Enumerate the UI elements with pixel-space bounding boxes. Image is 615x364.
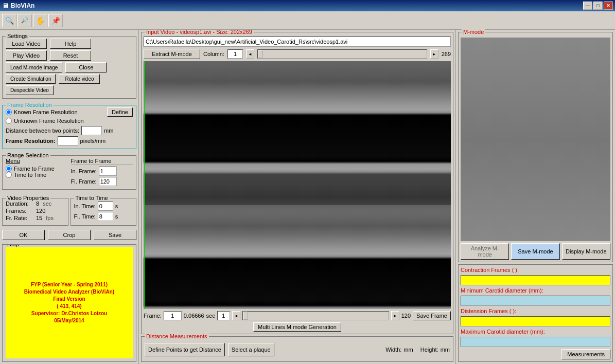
distance-input[interactable] <box>81 126 102 135</box>
distance-title: Distance Measurements <box>145 333 209 339</box>
frame-resolution-group: Frame Resolution Known Frame Resolution … <box>2 105 136 149</box>
help-content: FYP (Senior Year - Spring 2011) Biomedic… <box>6 247 133 358</box>
center-panel: Input Video - videosp1.avi - Size: 202x2… <box>139 30 455 364</box>
distance-measurements-section: Distance Measurements Define Points to g… <box>141 336 453 362</box>
video-props-label: Video Properties <box>6 195 50 201</box>
frame-to-frame-label: Frame to Frame <box>14 166 55 172</box>
select-plaque-button[interactable]: Select a plaque <box>228 343 274 356</box>
column-input[interactable] <box>227 49 243 59</box>
reset-button[interactable]: Reset <box>50 50 91 61</box>
help-line1: FYP (Senior Year - Spring 2011) <box>24 281 114 288</box>
column-max: 269 <box>442 51 451 57</box>
video-display <box>144 61 451 309</box>
help-line4: ( 413, 414) <box>24 303 114 310</box>
column-slider-right[interactable]: ► <box>430 49 438 59</box>
help-group: Help FYP (Senior Year - Spring 2011) Bio… <box>2 244 136 362</box>
settings-group-label: Settings <box>6 33 29 39</box>
save-mmode-button[interactable]: Save M-mode <box>511 243 559 260</box>
analyze-mmode-button[interactable]: Analyze M-mode <box>461 243 509 260</box>
help-button[interactable]: Help <box>50 39 91 49</box>
display-mmode-button[interactable]: Display M-mode <box>562 243 610 260</box>
distance-unit: mm <box>104 128 113 134</box>
in-frame-input[interactable] <box>99 167 117 176</box>
time-to-time-label: Time to Time <box>14 172 46 178</box>
m-mode-buttons: Analyze M-mode Save M-mode Display M-mod… <box>459 242 612 261</box>
frrate-value: 15 <box>36 215 42 221</box>
unknown-frame-radio[interactable] <box>6 118 12 124</box>
left-panel: Settings Load Video Help Play Video Rese… <box>0 30 139 364</box>
contraction-input[interactable] <box>461 275 610 285</box>
height-unit: mm <box>441 347 450 353</box>
pan-tool-button[interactable]: ✋ <box>33 14 47 27</box>
frame-resolution-radios: Known Frame Resolution Define Unknown Fr… <box>6 107 133 124</box>
in-frame-row: In. Frame: <box>71 167 133 176</box>
frame-slider-thumb[interactable] <box>243 312 248 320</box>
load-mmode-button[interactable]: Load M-mode Image <box>6 62 62 72</box>
zoom-out-button[interactable]: 🔍 <box>2 14 16 27</box>
main-content: Settings Load Video Help Play Video Rese… <box>0 30 615 364</box>
distension-input[interactable] <box>461 316 610 326</box>
pin-tool-button[interactable]: 📌 <box>48 14 63 27</box>
fi-time-input[interactable] <box>98 212 113 221</box>
despeckle-button[interactable]: Despeckle Video <box>6 85 54 95</box>
rotate-button[interactable]: Rotate video <box>59 74 100 84</box>
ok-button[interactable]: OK <box>2 230 45 240</box>
bottom-buttons: OK Crop Save <box>2 230 136 240</box>
crop-button[interactable]: Crop <box>48 230 91 240</box>
min-carotid-row: Minimum Carotid diameter (mm): <box>461 287 610 294</box>
help-line5: Supervisor: Dr.Christos Loizou <box>24 310 114 317</box>
zoom-in-button[interactable]: 🔎 <box>17 14 32 27</box>
max-carotid-row: Maximum Carotid diameter (mm): <box>461 329 610 335</box>
in-time-row: In. Time: s <box>74 202 133 211</box>
settings-row-5: Despeckle Video <box>6 85 133 95</box>
column-slider[interactable] <box>257 49 427 59</box>
video-path-box: C:\Users\Rafaella\Desktop\gui_new\Artifi… <box>144 37 451 47</box>
toolbar: 🔍 🔎 ✋ 📌 <box>0 11 615 30</box>
resolution-unit: pixels/mm <box>80 138 106 144</box>
frame-num-left: 1 <box>217 311 230 320</box>
extract-mmode-button[interactable]: Extract M-mode <box>144 49 200 59</box>
resolution-input[interactable] <box>58 136 78 145</box>
frame-number-input[interactable] <box>164 311 182 320</box>
multi-lines-button[interactable]: Multi Lines M mode Generation <box>253 322 341 332</box>
frame-slider-left[interactable]: ◄ <box>232 311 240 320</box>
column-slider-left[interactable]: ◄ <box>246 49 254 59</box>
fi-time-row: Fi. Time: s <box>74 212 133 221</box>
measurements-button[interactable]: Measurements <box>561 349 610 359</box>
create-sim-button[interactable]: Create Simulation <box>6 74 56 84</box>
time-to-time-label: Time to Time <box>74 195 110 201</box>
frame-to-frame-radio[interactable] <box>6 166 12 172</box>
fi-time-unit: s <box>115 213 118 220</box>
min-carotid-input[interactable] <box>461 296 610 306</box>
in-time-input[interactable] <box>98 202 113 211</box>
frame-slider-right[interactable]: ► <box>391 311 399 320</box>
range-section: Menu Frame to Frame Time to Time Frame t… <box>6 158 133 186</box>
settings-row-1: Load Video Help <box>6 39 133 49</box>
close-button[interactable]: Close <box>65 62 107 72</box>
load-video-button[interactable]: Load Video <box>6 39 47 49</box>
distension-label: Distension Frames ( ): <box>461 308 610 314</box>
play-video-button[interactable]: Play Video <box>6 50 47 61</box>
measurements-btn-row: Measurements <box>461 349 610 359</box>
minimize-button[interactable]: — <box>583 2 592 10</box>
settings-group: Settings Load Video Help Play Video Rese… <box>2 36 136 99</box>
save-button[interactable]: Save <box>94 230 136 240</box>
frame-label: Frame: <box>144 313 162 319</box>
fi-frame-input[interactable] <box>99 177 117 186</box>
save-frame-button[interactable]: Save Frame <box>413 311 451 320</box>
known-frame-radio[interactable] <box>6 109 12 115</box>
time-to-time-radio[interactable] <box>6 172 12 178</box>
video-props-group: Video Properties Duration: 8 sec Frames:… <box>2 198 68 226</box>
define-points-button[interactable]: Define Points to get Distance <box>145 343 225 356</box>
maximize-button[interactable]: □ <box>593 2 603 10</box>
range-selection-label: Range Selection <box>6 152 50 158</box>
define-button[interactable]: Define <box>107 107 133 117</box>
width-height-area: Width: mm Height: mm <box>385 347 450 353</box>
help-group-label: Help <box>6 244 21 247</box>
video-background <box>144 61 451 309</box>
max-carotid-input[interactable] <box>461 337 610 347</box>
column-slider-thumb[interactable] <box>258 50 263 58</box>
frame-slider[interactable] <box>242 311 389 320</box>
close-button[interactable]: ✕ <box>604 2 613 10</box>
known-frame-label: Known Frame Resolution <box>14 109 78 115</box>
